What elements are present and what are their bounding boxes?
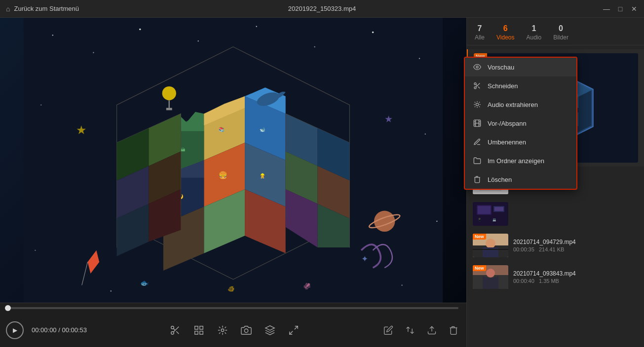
context-menu-loeschen-label: Löschen <box>488 176 512 183</box>
svg-text:🦑: 🦑 <box>303 282 311 290</box>
tab-bilder-count: 0 <box>559 24 563 33</box>
home-icon: ⌂ <box>6 5 10 13</box>
svg-text:★: ★ <box>76 124 87 137</box>
new-badge: New <box>473 265 486 271</box>
camera-icon[interactable] <box>239 323 253 337</box>
svg-point-1 <box>52 35 53 35</box>
context-menu-umbenennen[interactable]: Umbenennen <box>465 133 576 151</box>
tab-videos-count: 6 <box>503 24 508 33</box>
delete-icon[interactable] <box>447 323 460 337</box>
file-thumbnail: New <box>473 265 508 289</box>
svg-text:🐟: 🐟 <box>140 278 149 287</box>
video-canvas[interactable]: 🏔 📚 🐋 🌙 🍔 <box>0 18 466 303</box>
svg-rect-67 <box>194 331 197 334</box>
svg-point-58 <box>374 211 395 232</box>
svg-rect-51 <box>166 108 172 110</box>
file-meta: 00:00:40 1.35 MB <box>513 278 638 284</box>
svg-line-73 <box>289 331 292 334</box>
audio-wave-icon[interactable] <box>216 323 229 337</box>
close-button[interactable]: ✕ <box>630 5 638 13</box>
svg-point-106 <box>474 87 476 89</box>
context-menu-loeschen[interactable]: Löschen <box>465 170 576 189</box>
context-menu: Vorschau Schneiden Audio extrahieren <box>464 57 577 190</box>
context-menu-schneiden[interactable]: Schneiden <box>465 76 576 95</box>
play-icon: ▶ <box>13 327 17 334</box>
svg-text:🍔: 🍔 <box>219 171 227 179</box>
minimize-button[interactable]: — <box>603 5 610 13</box>
svg-point-63 <box>171 326 174 329</box>
svg-point-104 <box>476 66 478 68</box>
svg-point-8 <box>419 58 420 59</box>
svg-point-7 <box>372 32 374 34</box>
file-thumbnail: 📱 💻 <box>473 202 508 226</box>
time-display: 00:00:00 / 00:00:53 <box>32 326 87 334</box>
controls-row: ▶ 00:00:00 / 00:00:53 <box>6 313 460 347</box>
svg-text:👷: 👷 <box>260 173 265 179</box>
list-item[interactable]: New 20210714_093843.mp4 00:00:40 1.35 MB <box>467 261 644 293</box>
svg-point-10 <box>425 134 426 135</box>
list-item[interactable]: 📱 💻 <box>467 198 644 230</box>
tab-bilder[interactable]: 0 Bilder <box>553 24 568 45</box>
progress-bar-container[interactable] <box>6 303 460 313</box>
svg-point-49 <box>162 86 176 100</box>
folder-icon <box>473 156 482 165</box>
back-label: Zurück zum Startmenü <box>14 5 79 12</box>
svg-point-103 <box>486 269 495 278</box>
video-area: 🏔 📚 🐋 🌙 🍔 <box>0 18 466 347</box>
file-info: 20210714_094729.mp4 00:00:35 214.41 KB <box>513 239 638 252</box>
title-bar-left: ⌂ Zurück zum Startmenü <box>6 5 79 13</box>
svg-point-3 <box>139 29 141 31</box>
svg-point-14 <box>401 284 402 285</box>
context-menu-vorschau[interactable]: Vorschau <box>465 58 576 76</box>
maximize-button[interactable]: □ <box>616 5 624 13</box>
list-item[interactable]: New 20210714_094729.mp4 00:00:35 214.41 … <box>467 230 644 261</box>
tab-videos-label: Videos <box>496 34 514 41</box>
file-name: 20210714_093843.mp4 <box>513 270 638 277</box>
tab-videos[interactable]: 6 Videos <box>496 24 514 45</box>
svg-rect-91 <box>478 206 491 214</box>
layers-icon[interactable] <box>263 323 277 337</box>
svg-rect-93 <box>494 207 503 211</box>
svg-text:📱: 📱 <box>478 218 482 222</box>
svg-text:🐠: 🐠 <box>227 285 235 292</box>
edit-icon[interactable] <box>381 323 395 337</box>
svg-text:🏔: 🏔 <box>181 147 185 152</box>
svg-rect-66 <box>199 326 202 329</box>
back-button[interactable]: Zurück zum Startmenü <box>14 5 79 12</box>
title-bar: ⌂ Zurück zum Startmenü 20201922_150323.m… <box>0 0 644 18</box>
tab-audio-count: 1 <box>531 24 536 33</box>
arrows-icon[interactable] <box>403 323 417 337</box>
svg-point-9 <box>40 104 41 105</box>
new-badge: New <box>473 234 486 240</box>
export-icon[interactable] <box>425 323 439 337</box>
tab-bilder-label: Bilder <box>553 34 568 41</box>
tab-alle-count: 7 <box>478 24 482 33</box>
svg-point-13 <box>111 290 112 291</box>
play-button[interactable]: ▶ <box>6 321 24 339</box>
svg-rect-65 <box>194 326 197 329</box>
context-menu-vorabspann[interactable]: Vor-/Abspann <box>465 114 576 133</box>
tab-audio[interactable]: 1 Audio <box>527 24 542 45</box>
tab-alle[interactable]: 7 Alle <box>475 24 485 45</box>
svg-text:★: ★ <box>384 114 393 124</box>
svg-marker-71 <box>265 325 274 330</box>
tab-alle-label: Alle <box>475 34 485 41</box>
svg-text:🐋: 🐋 <box>260 127 265 133</box>
svg-point-11 <box>436 221 437 222</box>
svg-point-107 <box>476 103 478 105</box>
context-menu-audio[interactable]: Audio extrahieren <box>465 95 576 114</box>
grid-icon[interactable] <box>192 323 206 337</box>
svg-point-98 <box>486 239 495 248</box>
svg-rect-68 <box>199 331 202 334</box>
progress-track[interactable] <box>8 307 458 309</box>
svg-point-12 <box>35 250 36 251</box>
cut-icon[interactable] <box>168 323 182 337</box>
video-placeholder: 🏔 📚 🐋 🌙 🍔 <box>0 18 466 303</box>
controls-center <box>168 323 301 337</box>
svg-point-69 <box>221 329 224 332</box>
expand-icon[interactable] <box>287 323 301 337</box>
context-menu-ordner[interactable]: Im Ordner anzeigen <box>465 151 576 170</box>
context-menu-vorabspann-label: Vor-/Abspann <box>488 120 527 127</box>
context-menu-vorschau-label: Vorschau <box>488 64 514 71</box>
window-title: 20201922_150323.mp4 <box>288 5 356 12</box>
